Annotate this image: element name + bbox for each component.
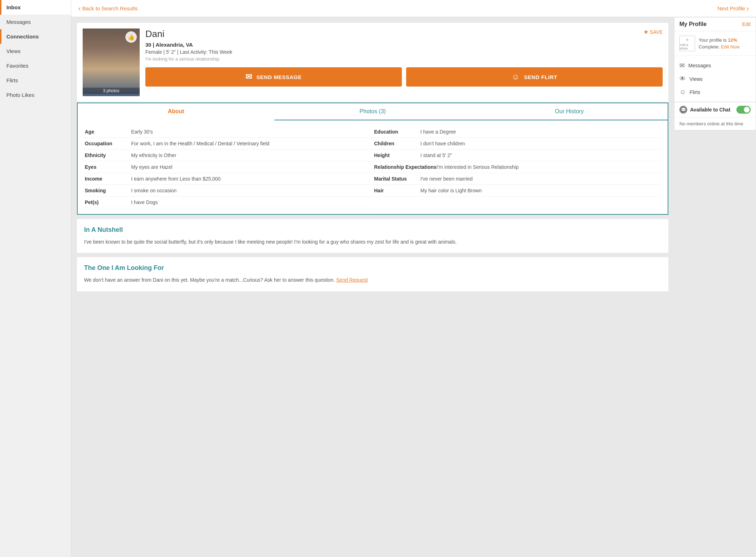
about-row-relationship: Relationship Expectations I'm interested… (373, 161, 662, 173)
back-to-search-link[interactable]: Back to Search Results (78, 4, 138, 12)
my-profile-links: ✉ Messages 👁 Views ☺ Flirts (674, 56, 756, 102)
about-table: Age Early 30's Occupation For work, I am… (78, 120, 668, 214)
chat-toggle[interactable] (736, 106, 751, 114)
next-profile-link[interactable]: Next Profile (718, 4, 749, 12)
about-left-col: Age Early 30's Occupation For work, I am… (83, 126, 373, 208)
sidebar-item-messages[interactable]: Messages (0, 15, 71, 29)
sidebar-item-connections[interactable]: Connections (0, 29, 71, 44)
profile-body: 3 photos 👍 Dani SAVE 30 | Alexandria, V (71, 17, 756, 557)
about-row-age: Age Early 30's (83, 126, 373, 138)
profile-meta: 30 | Alexandria, VA (145, 42, 663, 48)
about-row-income: Income I earn anywhere from Less than $2… (83, 173, 373, 185)
nutshell-text: I've been known to be quite the social b… (84, 238, 661, 246)
about-row-education: Education I have a Degree (373, 126, 662, 138)
profile-details: Female | 5' 2" | Last Activity: This Wee… (145, 49, 663, 55)
nutshell-title: In A Nutshell (84, 226, 661, 234)
profile-tabs: About Photos (3) Our History (77, 103, 668, 215)
photo-count: 3 photos (83, 88, 140, 94)
sidebar-item-inbox[interactable]: Inbox (0, 0, 71, 15)
views-icon: 👁 (679, 75, 686, 83)
action-buttons: ✉ SEND MESSAGE ☺ SEND FLIRT (145, 67, 663, 87)
my-profile-complete: + Add a photo Your profile is 12% Comple… (674, 31, 756, 56)
chat-panel: 💬 Available to Chat No members online at… (674, 102, 756, 130)
about-row-marital: Marital Status I've never been married (373, 173, 662, 185)
send-message-button[interactable]: ✉ SEND MESSAGE (145, 67, 402, 87)
my-profile-messages-link[interactable]: ✉ Messages (674, 59, 756, 72)
complete-text: Your profile is 12% Complete. Edit Now (699, 37, 740, 51)
about-grid: Age Early 30's Occupation For work, I am… (83, 126, 662, 208)
chat-title-wrap: 💬 Available to Chat (679, 106, 730, 114)
chat-label: Available to Chat (690, 107, 730, 113)
about-row-occupation: Occupation For work, I am in the Health … (83, 138, 373, 150)
my-profile-panel: My Profile Edit + Add a photo Your profi… (674, 17, 756, 102)
looking-for-text: We don't have an answer from Dani on thi… (84, 276, 661, 284)
chat-bubble-icon: 💬 (679, 106, 687, 114)
looking-for-title: The One I Am Looking For (84, 264, 661, 272)
message-icon: ✉ (245, 72, 252, 82)
tab-history[interactable]: Our History (471, 103, 668, 120)
top-nav: Back to Search Results Next Profile (71, 0, 756, 17)
like-icon[interactable]: 👍 (125, 31, 137, 43)
about-row-children: Children I don't have children (373, 138, 662, 150)
profile-photo-wrap: 3 photos 👍 (83, 28, 140, 96)
sidebar-item-photo-likes[interactable]: Photo Likes (0, 88, 71, 102)
tab-about[interactable]: About (78, 103, 274, 120)
save-button[interactable]: SAVE (643, 28, 663, 35)
sidebar-item-flirts[interactable]: Flirts (0, 73, 71, 88)
send-flirt-button[interactable]: ☺ SEND FLIRT (406, 67, 663, 87)
tabs-header: About Photos (3) Our History (78, 103, 668, 120)
nutshell-section: In A Nutshell I've been known to be quit… (77, 219, 668, 253)
about-right-col: Education I have a Degree Children I don… (373, 126, 662, 208)
add-photo-box[interactable]: + Add a photo (679, 36, 695, 51)
profile-tagline: I'm looking for a serious relationship. (145, 56, 663, 62)
sidebar-item-favorites[interactable]: Favorites (0, 58, 71, 73)
looking-for-section: The One I Am Looking For We don't have a… (77, 257, 668, 291)
my-profile-header: My Profile Edit (674, 17, 756, 31)
about-row-height: Height I stand at 5' 2" (373, 150, 662, 161)
profile-main: 3 photos 👍 Dani SAVE 30 | Alexandria, V (71, 17, 674, 557)
about-row-ethnicity: Ethnicity My ethnicity is Other (83, 150, 373, 161)
chat-no-members: No members online at this time (674, 118, 756, 130)
about-row-eyes: Eyes My eyes are Hazel (83, 161, 373, 173)
chat-header: 💬 Available to Chat (674, 102, 756, 118)
main-area: Back to Search Results Next Profile 3 ph… (71, 0, 756, 557)
send-request-link[interactable]: Send Request (336, 277, 368, 283)
flirt-icon: ☺ (512, 72, 520, 82)
about-row-hair: Hair My hair color is Light Brown (373, 185, 662, 197)
my-profile-title: My Profile (679, 21, 706, 27)
sidebar-item-views[interactable]: Views (0, 44, 71, 58)
profile-header-card: 3 photos 👍 Dani SAVE 30 | Alexandria, V (77, 23, 668, 102)
my-profile-views-link[interactable]: 👁 Views (674, 72, 756, 85)
tab-photos[interactable]: Photos (3) (274, 103, 471, 120)
profile-name: Dani (145, 28, 164, 40)
my-profile-flirts-link[interactable]: ☺ Flirts (674, 85, 756, 99)
flirts-icon: ☺ (679, 88, 686, 96)
about-row-pets: Pet(s) I have Dogs (83, 197, 373, 208)
about-row-smoking: Smoking I smoke on occasion (83, 185, 373, 197)
edit-now-link[interactable]: Edit Now (721, 44, 740, 50)
my-profile-edit-link[interactable]: Edit (742, 21, 751, 27)
right-panel: My Profile Edit + Add a photo Your profi… (674, 17, 756, 557)
messages-icon: ✉ (679, 62, 685, 69)
complete-percent: 12% (728, 37, 737, 43)
sidebar: Inbox Messages Connections Views Favorit… (0, 0, 71, 557)
profile-info: Dani SAVE 30 | Alexandria, VA Female | 5… (145, 28, 663, 87)
